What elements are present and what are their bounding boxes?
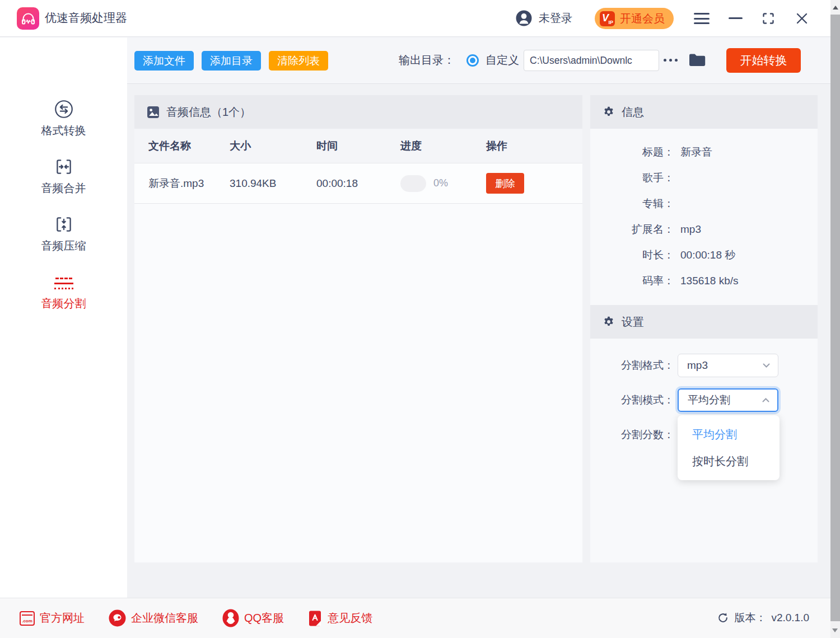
cell-progress: 0% — [400, 175, 486, 192]
sidebar-item-audio-split[interactable]: 音频分割 — [0, 269, 127, 312]
close-button[interactable] — [795, 12, 809, 25]
info-panel: 信息 标题： 新录音 歌手： 专辑： 扩展名： mp3 时长： 00:00:18… — [590, 95, 818, 305]
open-vip-button[interactable]: VIP 开通会员 — [595, 8, 674, 29]
audio-info-icon — [147, 106, 160, 119]
col-time: 时间 — [316, 139, 400, 153]
cell-size: 310.94KB — [230, 177, 316, 190]
col-filename: 文件名称 — [148, 139, 230, 153]
check-update-icon[interactable] — [717, 612, 729, 624]
gear-icon — [603, 106, 615, 118]
vip-icon: VIP — [600, 11, 615, 26]
info-row-artist: 歌手： — [590, 165, 818, 191]
sidebar-item-format-convert[interactable]: 格式转换 — [0, 96, 127, 139]
output-path-input[interactable] — [524, 50, 659, 71]
menu-button[interactable] — [694, 13, 710, 24]
qq-icon — [222, 609, 239, 627]
browse-more-button[interactable] — [664, 59, 678, 62]
dropdown-option-by-duration[interactable]: 按时长分割 — [678, 448, 780, 475]
dropdown-option-average-split[interactable]: 平均分割 — [678, 421, 780, 448]
app-window: 优速音频处理器 未登录 VIP 开通会员 — [0, 0, 840, 638]
user-avatar-icon[interactable] — [516, 10, 532, 26]
progress-bar — [400, 175, 426, 192]
open-folder-icon[interactable] — [688, 53, 706, 67]
file-list-panel: 音频信息（1个） 文件名称 大小 时间 进度 操作 新录音.mp3 310.94… — [134, 95, 582, 562]
scroll-down-arrow-icon[interactable] — [832, 628, 838, 632]
sidebar-item-audio-merge[interactable]: 音频合并 — [0, 154, 127, 196]
scrollbar[interactable] — [830, 0, 840, 638]
cell-filename: 新录音.mp3 — [148, 176, 208, 191]
sidebar-item-label: 音频压缩 — [41, 238, 86, 254]
info-row-bitrate: 码率： 135618 kb/s — [590, 268, 818, 294]
titlebar: 优速音频处理器 未登录 VIP 开通会员 — [0, 0, 840, 37]
split-mode-label: 分割模式： — [590, 393, 674, 407]
login-status[interactable]: 未登录 — [539, 0, 572, 36]
col-size: 大小 — [230, 139, 316, 153]
scroll-up-arrow-icon[interactable] — [833, 6, 838, 10]
col-progress: 进度 — [400, 139, 486, 153]
col-action: 操作 — [486, 139, 582, 153]
official-website-link[interactable]: .com 官方网址 — [20, 611, 85, 626]
split-format-row: 分割格式： mp3 — [590, 354, 818, 377]
wechat-support-link[interactable]: 企业微信客服 — [109, 609, 198, 627]
info-row-duration: 时长： 00:00:18 秒 — [590, 242, 818, 268]
scrollbar-thumb[interactable] — [830, 15, 840, 621]
version-info: 版本：v2.0.1.0 — [717, 598, 809, 638]
custom-radio-label[interactable]: 自定义 — [486, 37, 519, 83]
info-panel-header: 信息 — [590, 95, 818, 129]
progress-percent: 0% — [433, 177, 448, 189]
add-directory-button[interactable]: 添加目录 — [202, 51, 261, 71]
version-value: v2.0.1.0 — [771, 612, 809, 624]
sidebar-item-label: 格式转换 — [41, 123, 86, 138]
info-row-extension: 扩展名： mp3 — [590, 217, 818, 242]
split-format-label: 分割格式： — [590, 358, 674, 373]
feedback-link[interactable]: 意见反馈 — [308, 610, 372, 627]
app-logo-icon — [17, 7, 39, 30]
split-mode-row: 分割模式： 平均分割 — [590, 388, 818, 412]
output-dir-label: 输出目录： — [399, 37, 455, 83]
info-panel-title: 信息 — [622, 105, 644, 120]
app-title: 优速音频处理器 — [45, 0, 127, 36]
feedback-icon — [308, 610, 323, 627]
website-icon: .com — [20, 611, 35, 626]
format-convert-icon — [53, 96, 74, 122]
vip-label: 开通会员 — [620, 11, 665, 26]
info-row-title: 标题： 新录音 — [590, 139, 818, 165]
sidebar-item-label: 音频合并 — [41, 181, 86, 196]
cell-action: 删除 — [486, 173, 582, 194]
headphones-icon — [21, 11, 36, 26]
gear-icon — [603, 316, 615, 328]
split-mode-dropdown: 平均分割 按时长分割 — [678, 415, 780, 480]
cell-time: 00:00:18 — [316, 177, 400, 190]
qq-support-link[interactable]: QQ客服 — [222, 609, 284, 627]
table-row: 新录音.mp3 310.94KB 00:00:18 0% 删除 — [134, 163, 582, 204]
file-panel-title: 音频信息（1个） — [166, 105, 251, 120]
footer: .com 官方网址 企业微信客服 QQ客服 — [0, 598, 840, 638]
audio-merge-icon — [53, 154, 74, 180]
version-label: 版本： — [734, 611, 766, 625]
maximize-button[interactable] — [762, 12, 775, 25]
clear-list-button[interactable]: 清除列表 — [269, 51, 328, 71]
settings-panel-header: 设置 — [590, 305, 818, 339]
chevron-up-icon — [762, 398, 769, 402]
file-panel-header: 音频信息（1个） — [134, 95, 582, 129]
split-format-select[interactable]: mp3 — [678, 354, 778, 377]
minimize-button[interactable] — [729, 17, 743, 19]
custom-radio[interactable] — [466, 54, 479, 67]
sidebar-item-label: 音频分割 — [41, 296, 86, 311]
sidebar: 格式转换 音频合并 音频压缩 — [0, 37, 127, 598]
add-file-button[interactable]: 添加文件 — [134, 51, 194, 71]
table-header-row: 文件名称 大小 时间 进度 操作 — [134, 129, 582, 163]
delete-button[interactable]: 删除 — [486, 173, 524, 194]
settings-panel-title: 设置 — [622, 315, 644, 330]
split-count-label: 分割分数： — [590, 428, 674, 442]
audio-split-icon — [54, 269, 73, 295]
audio-compress-icon — [53, 212, 74, 237]
start-convert-button[interactable]: 开始转换 — [726, 48, 801, 73]
split-mode-select[interactable]: 平均分割 — [678, 388, 778, 412]
sidebar-item-audio-compress[interactable]: 音频压缩 — [0, 212, 127, 254]
wechat-icon — [109, 609, 126, 627]
toolbar: 添加文件 添加目录 清除列表 输出目录： 自定义 开始转换 — [127, 37, 840, 84]
info-row-album: 专辑： — [590, 191, 818, 217]
chevron-down-icon — [763, 363, 770, 368]
